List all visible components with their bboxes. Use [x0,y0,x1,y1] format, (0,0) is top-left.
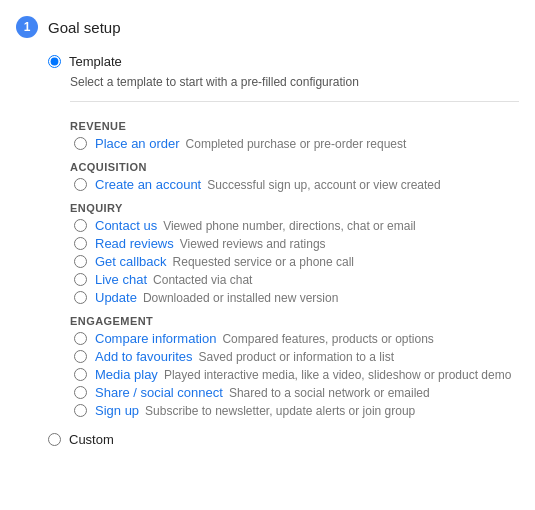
option-desc: Compared features, products or options [222,332,433,346]
option-radio-live-chat[interactable] [74,273,87,286]
option-radio-place-an-order[interactable] [74,137,87,150]
option-row: Sign upSubscribe to newsletter, update a… [70,403,519,418]
option-label[interactable]: Add to favourites [95,349,193,364]
option-label[interactable]: Compare information [95,331,216,346]
option-radio-add-to-favourites[interactable] [74,350,87,363]
option-desc: Saved product or information to a list [199,350,394,364]
template-radio[interactable] [48,55,61,68]
step-circle: 1 [16,16,38,38]
category-label-engagement: ENGAGEMENT [70,315,519,327]
option-row: Add to favouritesSaved product or inform… [70,349,519,364]
option-desc: Downloaded or installed new version [143,291,338,305]
page-title: Goal setup [48,19,121,36]
option-row: Compare informationCompared features, pr… [70,331,519,346]
option-desc: Requested service or a phone call [173,255,354,269]
option-radio-media-play[interactable] [74,368,87,381]
option-desc: Completed purchase or pre-order request [186,137,407,151]
option-radio-contact-us[interactable] [74,219,87,232]
option-label[interactable]: Get callback [95,254,167,269]
option-row: Get callbackRequested service or a phone… [70,254,519,269]
option-label[interactable]: Update [95,290,137,305]
option-row: Place an orderCompleted purchase or pre-… [70,136,519,151]
option-label[interactable]: Create an account [95,177,201,192]
page-header: 1 Goal setup [16,16,519,38]
option-label[interactable]: Media play [95,367,158,382]
option-radio-share-/-social-connect[interactable] [74,386,87,399]
option-desc: Shared to a social network or emailed [229,386,430,400]
option-row: Create an accountSuccessful sign up, acc… [70,177,519,192]
category-label-enquiry: ENQUIRY [70,202,519,214]
option-label[interactable]: Sign up [95,403,139,418]
category-label-acquisition: ACQUISITION [70,161,519,173]
option-row: Media playPlayed interactive media, like… [70,367,519,382]
custom-label[interactable]: Custom [69,432,114,447]
category-label-revenue: REVENUE [70,120,519,132]
option-desc: Contacted via chat [153,273,252,287]
option-radio-compare-information[interactable] [74,332,87,345]
option-desc: Subscribe to newsletter, update alerts o… [145,404,415,418]
template-description: Select a template to start with a pre-fi… [70,75,519,89]
option-radio-update[interactable] [74,291,87,304]
option-radio-sign-up[interactable] [74,404,87,417]
template-label[interactable]: Template [69,54,122,69]
main-section: Template Select a template to start with… [48,54,519,418]
custom-radio[interactable] [48,433,61,446]
option-row: UpdateDownloaded or installed new versio… [70,290,519,305]
option-label[interactable]: Share / social connect [95,385,223,400]
template-option-row: Template [48,54,519,69]
option-row: Share / social connectShared to a social… [70,385,519,400]
option-desc: Successful sign up, account or view crea… [207,178,440,192]
option-label[interactable]: Place an order [95,136,180,151]
option-radio-read-reviews[interactable] [74,237,87,250]
option-radio-get-callback[interactable] [74,255,87,268]
option-desc: Viewed phone number, directions, chat or… [163,219,416,233]
option-row: Live chatContacted via chat [70,272,519,287]
option-radio-create-an-account[interactable] [74,178,87,191]
option-desc: Played interactive media, like a video, … [164,368,512,382]
template-categories: REVENUEPlace an orderCompleted purchase … [70,101,519,418]
option-desc: Viewed reviews and ratings [180,237,326,251]
option-row: Contact usViewed phone number, direction… [70,218,519,233]
option-label[interactable]: Read reviews [95,236,174,251]
custom-option-row: Custom [48,432,519,447]
option-label[interactable]: Live chat [95,272,147,287]
option-label[interactable]: Contact us [95,218,157,233]
option-row: Read reviewsViewed reviews and ratings [70,236,519,251]
